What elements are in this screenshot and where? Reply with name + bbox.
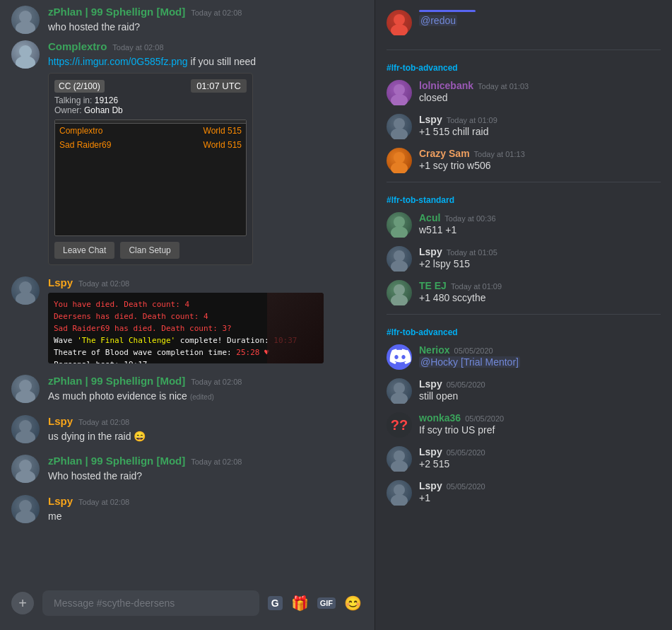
svg-point-3 [16, 56, 35, 69]
message-content: zPhlan | 99 Sphellign [Mod] Today at 02:… [48, 455, 363, 484]
right-message-content: Lspy 05/05/2020 still open [419, 378, 485, 404]
avatar-neriox [387, 344, 412, 370]
avatar-lspy [387, 114, 412, 139]
right-username: Lspy [419, 114, 442, 125]
right-username: Lspy [419, 246, 442, 257]
timestamp: Today at 02:08 [78, 279, 129, 288]
right-header: wonka36 05/05/2020 [419, 412, 504, 424]
avatar [11, 6, 40, 34]
right-message: Lspy 05/05/2020 +2 515 [375, 442, 672, 476]
clan-setup-button[interactable]: Clan Setup [120, 242, 179, 259]
svg-point-1 [16, 21, 35, 34]
message-header: Lspy Today at 02:08 [48, 276, 363, 288]
right-message-content: Acul Today at 00:36 w511 +1 [419, 212, 496, 238]
right-timestamp: Today at 01:13 [474, 150, 525, 158]
right-text: If scy trio US pref [419, 424, 504, 438]
svg-point-13 [16, 511, 35, 523]
message-input[interactable] [42, 590, 259, 616]
gif-button[interactable]: GIF [317, 597, 336, 609]
right-text: w511 +1 [419, 223, 496, 238]
channel-section-lfr-standard: #lfr-tob-standard Acul Today at 00:36 w5… [375, 187, 672, 310]
message-header: Complextro Today at 02:08 [48, 40, 363, 52]
right-text: @redou [419, 14, 476, 28]
leave-chat-button[interactable]: Leave Chat [54, 242, 114, 259]
edited-tag: (edited) [190, 393, 214, 401]
svg-point-24 [394, 250, 405, 262]
right-message-content: Crazy Sam Today at 01:13 +1 scy trio w50… [419, 148, 525, 173]
utc-time: 01:07 UTC [191, 79, 247, 93]
right-timestamp: 05/05/2020 [447, 482, 485, 491]
translate-button[interactable]: G [268, 596, 283, 610]
message-text: Who hosted the raid? [48, 469, 363, 484]
right-message: Lspy Today at 01:05 +2 lspy 515 [375, 242, 672, 276]
username-lspy: Lspy [48, 495, 73, 507]
right-message-content: Neriox 05/05/2020 @Hocky [Trial Mentor] [419, 344, 520, 370]
message-content: Lspy Today at 02:08 You have died. Death… [48, 276, 363, 363]
right-text: closed [419, 91, 529, 105]
imgur-link[interactable]: https://i.imgur.com/0G585fz.png [48, 56, 188, 67]
right-message: lolnicebank Today at 01:03 closed [375, 76, 672, 110]
divider [387, 49, 661, 50]
gift-button[interactable]: 🎁 [290, 593, 310, 613]
right-panel: @redou #lfr-tob-advanced lolnicebank Tod… [375, 0, 672, 630]
player-world: World 515 [204, 126, 242, 136]
username-zphlan: zPhlan | 99 Sphellign [Mod] [48, 455, 185, 467]
message-text: As much photo evidence is nice(edited) [48, 390, 363, 404]
input-icons: G 🎁 GIF 😊 [268, 593, 363, 613]
right-header: Neriox 05/05/2020 [419, 344, 520, 356]
message-content: Lspy Today at 02:08 me [48, 495, 363, 524]
death-screenshot: You have died. Death count: 4 Deersens h… [48, 293, 324, 363]
svg-point-27 [391, 294, 408, 305]
svg-point-22 [394, 216, 405, 228]
right-timestamp: 05/05/2020 [447, 380, 485, 389]
avatar-crazy-sam [387, 148, 412, 173]
right-timestamp: Today at 01:09 [451, 282, 502, 291]
message-group: Lspy Today at 02:08 me [11, 495, 363, 524]
right-message: ?? wonka36 05/05/2020 If scy trio US pre… [375, 408, 672, 442]
timestamp: Today at 02:08 [78, 418, 129, 426]
player-world: World 515 [204, 140, 242, 150]
avatar-lspy [387, 446, 412, 472]
message-text: who hosted the raid? [48, 21, 363, 35]
right-text: +1 scy trio w506 [419, 159, 525, 173]
right-username: Crazy Sam [419, 148, 470, 159]
avatar [11, 276, 40, 305]
avatar [11, 455, 40, 483]
channel-header: #lfr-tob-standard [375, 187, 672, 208]
svg-point-14 [394, 14, 405, 25]
right-username: Acul [419, 212, 440, 223]
svg-point-5 [16, 292, 35, 305]
svg-point-17 [391, 94, 408, 105]
right-text: @Hocky [Trial Mentor] [419, 356, 520, 370]
right-header: Acul Today at 00:36 [419, 212, 496, 223]
right-message-content: lolnicebank Today at 01:03 closed [419, 80, 529, 105]
add-attachment-button[interactable]: + [11, 592, 34, 614]
svg-point-33 [391, 494, 408, 506]
svg-point-23 [391, 226, 408, 238]
message-group: zPhlan | 99 Sphellign [Mod] Today at 02:… [11, 6, 363, 35]
divider [387, 182, 661, 182]
right-message: Lspy Today at 01:09 +1 515 chill raid [375, 110, 672, 144]
message-group: Lspy Today at 02:08 us dying in the raid… [11, 415, 363, 444]
right-header: Lspy 05/05/2020 [419, 378, 485, 390]
right-header: lolnicebank Today at 01:03 [419, 80, 529, 91]
emoji-button[interactable]: 😊 [343, 593, 363, 613]
username-lspy: Lspy [48, 276, 73, 288]
channel-header: #lfr-tob-advanced [375, 319, 672, 340]
right-timestamp: 05/05/2020 [454, 346, 493, 355]
svg-point-31 [391, 460, 408, 472]
right-message: @redou [375, 6, 672, 40]
player-entry: Sad Raider69 World 515 [55, 138, 246, 152]
messages-container: zPhlan | 99 Sphellign [Mod] Today at 02:… [0, 0, 375, 590]
right-message: Acul Today at 00:36 w511 +1 [375, 208, 672, 242]
svg-point-9 [16, 431, 35, 443]
right-message-content: Lspy 05/05/2020 +2 515 [419, 446, 485, 472]
right-timestamp: 05/05/2020 [465, 414, 504, 423]
message-content: zPhlan | 99 Sphellign [Mod] Today at 02:… [48, 375, 363, 404]
right-username: TE EJ [419, 280, 447, 291]
avatar-wonka36: ?? [387, 412, 412, 438]
right-username: Lspy [419, 378, 442, 390]
timestamp: Today at 02:08 [191, 457, 242, 466]
embed-info: Talking in: 19126 Owner: Gohan Db [54, 95, 247, 115]
svg-point-20 [394, 152, 405, 163]
